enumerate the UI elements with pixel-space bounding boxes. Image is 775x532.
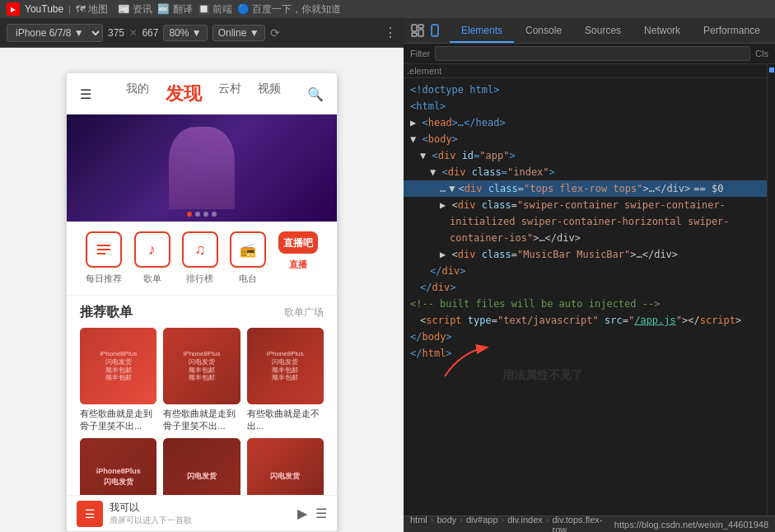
tree-head[interactable]: ▶ <head>…</head> bbox=[404, 114, 767, 131]
tree-swiper-end: container-ios">…</div> bbox=[404, 230, 767, 246]
thumb-label-3: iPhone8Plus闪电发货顺丰包邮顺丰包邮 bbox=[264, 347, 307, 385]
live-label-inner: 直播吧 bbox=[283, 237, 313, 249]
playlist-title-2: 有些歌曲就是走到骨子里笑不出... bbox=[163, 408, 240, 432]
playlist-grid: iPhone8Plus闪电发货顺丰包邮顺丰包邮 有些歌曲就是走到骨子里笑不出..… bbox=[80, 328, 324, 495]
playlist-thumb-4: iPhone8Plus闪电发货 bbox=[80, 438, 156, 495]
device-toggle-icon[interactable] bbox=[428, 23, 443, 38]
devtools-tabs-bar: Elements Console Sources Network Perform… bbox=[404, 18, 775, 44]
list-item[interactable]: 闪电发货 闪电发货 bbox=[163, 438, 240, 495]
nav-village[interactable]: 云村 bbox=[218, 82, 241, 106]
elements-tree-area: .element <!doctype html> <html> ▶ <head>… bbox=[404, 64, 767, 516]
list-item[interactable]: iPhone8Plus闪电发货顺丰包邮顺丰包邮 有些歌曲就是走到骨子里笑不出..… bbox=[80, 328, 156, 432]
rotate-icon[interactable]: ⟳ bbox=[270, 26, 280, 40]
breadcrumb-tops[interactable]: div.tops.flex-row bbox=[552, 515, 610, 533]
playlist-icon-box: ♪ bbox=[134, 231, 170, 268]
tab-title: YouTube bbox=[25, 3, 63, 15]
tab-elements[interactable]: Elements bbox=[450, 20, 514, 43]
app-nav: ☰ 我的 发现 云村 视频 🔍 bbox=[67, 73, 337, 114]
radio-icon-box: 📻 bbox=[230, 231, 266, 268]
music-title: 我可以 bbox=[110, 501, 291, 515]
dot-1 bbox=[187, 212, 192, 217]
app-js-link[interactable]: /app.js bbox=[634, 315, 676, 326]
browser-topbar: YouTube | 🗺 地图 📰 资讯 🔤 翻译 🔲 前端 🔵 百度一下，你就知… bbox=[0, 0, 775, 18]
tab-more[interactable]: » bbox=[772, 18, 775, 43]
list-item[interactable]: 闪电发货 闪电发货 bbox=[247, 438, 324, 495]
width-value: 375 bbox=[108, 27, 124, 39]
radio-icon: 📻 bbox=[240, 242, 256, 258]
playlist-button[interactable]: ☰ bbox=[315, 506, 327, 521]
tab-console[interactable]: Console bbox=[514, 20, 573, 43]
device-selector[interactable]: iPhone 6/7/8 ▼ bbox=[7, 24, 103, 42]
tab-sources[interactable]: Sources bbox=[573, 20, 633, 43]
tree-musicbar[interactable]: ▶ <div class="MusicBar MusicBar">…</div> bbox=[404, 246, 767, 263]
nav-discover[interactable]: 发现 bbox=[166, 82, 202, 106]
filter-row: Filter Cls bbox=[404, 44, 775, 64]
list-item[interactable]: iPhone8Plus闪电发货顺丰包邮顺丰包邮 有些歌曲就是走到骨子里笑不出..… bbox=[163, 328, 240, 432]
more-options-icon[interactable]: ⋮ bbox=[384, 25, 397, 40]
thumb-label-6: 闪电发货 bbox=[265, 466, 305, 487]
maps-tab[interactable]: 🗺 地图 bbox=[76, 2, 108, 16]
tree-div-app[interactable]: ▼ <div id="app"> bbox=[404, 147, 767, 164]
tree-html[interactable]: <html> bbox=[404, 98, 767, 114]
tab-performance[interactable]: Performance bbox=[692, 20, 772, 43]
cls-label: Cls bbox=[755, 49, 768, 58]
search-icon[interactable]: 🔍 bbox=[307, 86, 324, 102]
func-ranking[interactable]: ♫ 排行榜 bbox=[182, 231, 218, 285]
func-live[interactable]: 直播吧 直播 bbox=[278, 231, 318, 285]
list-item[interactable]: iPhone8Plus闪电发货顺丰包邮顺丰包邮 有些歌曲就是走不出... bbox=[247, 328, 324, 432]
tree-body[interactable]: ▼ <body> bbox=[404, 131, 767, 147]
inspect-icon[interactable] bbox=[410, 23, 425, 38]
translate-tab[interactable]: 🔤 翻译 bbox=[157, 2, 192, 16]
music-thumb-icon: ☰ bbox=[85, 507, 96, 520]
nav-video[interactable]: 视频 bbox=[258, 82, 281, 106]
nav-mine[interactable]: 我的 bbox=[126, 82, 149, 106]
svg-rect-3 bbox=[412, 25, 417, 31]
filter-input[interactable] bbox=[435, 46, 750, 61]
elements-tree: <!doctype html> <html> ▶ <head>…</head> … bbox=[404, 78, 767, 516]
playlist-title-1: 有些歌曲就是走到骨子里笑不出... bbox=[80, 408, 156, 432]
youtube-favicon bbox=[7, 2, 20, 16]
playlist-thumb-5: 闪电发货 bbox=[163, 438, 240, 495]
filter-label: Filter bbox=[410, 49, 430, 58]
tree-swiper[interactable]: ▶ <div class="swiper-container swiper-co… bbox=[404, 197, 767, 213]
news-tab[interactable]: 📰 资讯 bbox=[118, 2, 152, 16]
breadcrumb-html[interactable]: html bbox=[410, 515, 427, 533]
func-playlist[interactable]: ♪ 歌单 bbox=[134, 231, 170, 285]
svg-rect-5 bbox=[412, 33, 417, 36]
elements-main: .element <!doctype html> <html> ▶ <head>… bbox=[404, 64, 775, 516]
mobile-app-viewport: ☰ 我的 发现 云村 视频 🔍 bbox=[0, 48, 404, 532]
tree-div-tops[interactable]: … ▼ <div class="tops flex-row tops">…</d… bbox=[404, 180, 767, 197]
breadcrumb-index[interactable]: div.index bbox=[507, 515, 543, 533]
devtools-icons bbox=[404, 20, 450, 41]
func-daily[interactable]: 每日推荐 bbox=[86, 231, 122, 285]
breadcrumb-body[interactable]: body bbox=[437, 515, 456, 533]
tree-div-index[interactable]: ▼ <div class="index"> bbox=[404, 164, 767, 180]
thumb-label-2: iPhone8Plus闪电发货顺丰包邮顺丰包邮 bbox=[180, 347, 224, 385]
thumb-label-4: iPhone8Plus闪电发货 bbox=[91, 461, 146, 492]
section-header: 推荐歌单 歌单广场 bbox=[80, 304, 324, 321]
menu-icon[interactable]: ☰ bbox=[80, 86, 91, 102]
section-more[interactable]: 歌单广场 bbox=[284, 306, 324, 320]
list-item[interactable]: iPhone8Plus闪电发货 闪电发货 bbox=[80, 438, 156, 495]
play-button[interactable]: ▶ bbox=[297, 506, 307, 521]
status-bar: html › body › div#app › div.index › div.… bbox=[404, 516, 775, 532]
tree-doctype[interactable]: <!doctype html> bbox=[404, 82, 767, 98]
network-selector[interactable]: Online ▼ bbox=[212, 25, 265, 41]
tab-network[interactable]: Network bbox=[633, 20, 692, 43]
tree-script[interactable]: <script type="text/javascript" src="/app… bbox=[404, 312, 767, 329]
ellipsis-btn[interactable]: … bbox=[440, 181, 446, 196]
breadcrumb-app[interactable]: div#app bbox=[466, 515, 498, 533]
playlist-section: 推荐歌单 歌单广场 iPhone8Plus闪电发货顺丰包邮顺丰包邮 有些歌曲就是… bbox=[67, 296, 337, 495]
zoom-selector[interactable]: 80% ▼ bbox=[163, 25, 207, 41]
svg-rect-1 bbox=[97, 249, 110, 250]
annotation-container: 用法属性不见了 bbox=[502, 368, 767, 383]
func-radio[interactable]: 📻 电台 bbox=[230, 231, 266, 285]
frontend-tab[interactable]: 🔲 前端 bbox=[198, 2, 232, 16]
music-info: 我可以 滑屏可以进入下一首歌 bbox=[110, 501, 291, 526]
right-narrow-panel bbox=[767, 64, 775, 516]
svg-rect-6 bbox=[418, 30, 423, 36]
ranking-icon: ♫ bbox=[194, 241, 206, 259]
baidu-tab[interactable]: 🔵 百度一下，你就知道 bbox=[237, 2, 341, 16]
nav-items: 我的 发现 云村 视频 bbox=[100, 82, 307, 106]
element-filter-label: .element bbox=[407, 66, 441, 76]
